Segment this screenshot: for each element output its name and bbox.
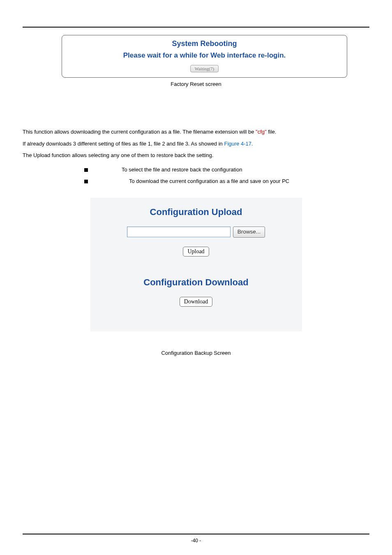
caption-config-backup: Configuration Backup Screen — [23, 350, 369, 356]
system-rebooting-card: System Rebooting Please wait for a while… — [62, 35, 347, 78]
top-rule — [23, 27, 369, 28]
caption-factory-reset: Factory Reset screen — [23, 81, 369, 87]
para-line2-blue: Figure 4-17. — [224, 141, 253, 147]
file-path-input[interactable] — [127, 227, 231, 237]
square-bullet-icon — [84, 168, 88, 172]
bullet-2-text: To download the current configuration as… — [129, 176, 289, 187]
para-line1-red: "cfg" — [256, 129, 267, 135]
square-bullet-icon — [84, 180, 88, 183]
bullet-list: To select the file and restore back the … — [84, 164, 369, 187]
download-section: Configuration Download Download — [103, 277, 290, 307]
file-upload-row: Browse... — [103, 227, 290, 238]
bullet-item-1: To select the file and restore back the … — [84, 164, 369, 176]
para-line1-b: file. — [267, 129, 277, 135]
bullet-item-2: To download the current configuration as… — [84, 176, 369, 187]
download-button[interactable]: Download — [180, 297, 212, 307]
para-line2-a: If already downloads 3 different setting… — [23, 141, 224, 147]
configuration-box: Configuration Upload Browse... Upload Co… — [90, 198, 302, 331]
waiting-button: Waiting(7) — [190, 65, 219, 72]
configuration-upload-title: Configuration Upload — [103, 207, 290, 217]
configuration-download-title: Configuration Download — [103, 277, 290, 288]
para-line1-a: This function allows downloading the cur… — [23, 129, 256, 135]
page-number: -40 - — [23, 538, 369, 543]
reboot-subtitle: Please wait for a while for Web interfac… — [67, 51, 342, 60]
para-line-3: The Upload function allows selecting any… — [23, 150, 369, 162]
para-line-2: If already downloads 3 different setting… — [23, 138, 369, 150]
browse-button[interactable]: Browse... — [233, 227, 265, 238]
footer-rule — [23, 534, 369, 534]
bullet-1-text: To select the file and restore back the … — [122, 164, 242, 176]
reboot-title: System Rebooting — [67, 39, 342, 48]
page-footer: -40 - — [23, 534, 369, 543]
para-line-1: This function allows downloading the cur… — [23, 126, 369, 138]
upload-button[interactable]: Upload — [183, 247, 209, 257]
body-paragraph: This function allows downloading the cur… — [23, 126, 369, 162]
